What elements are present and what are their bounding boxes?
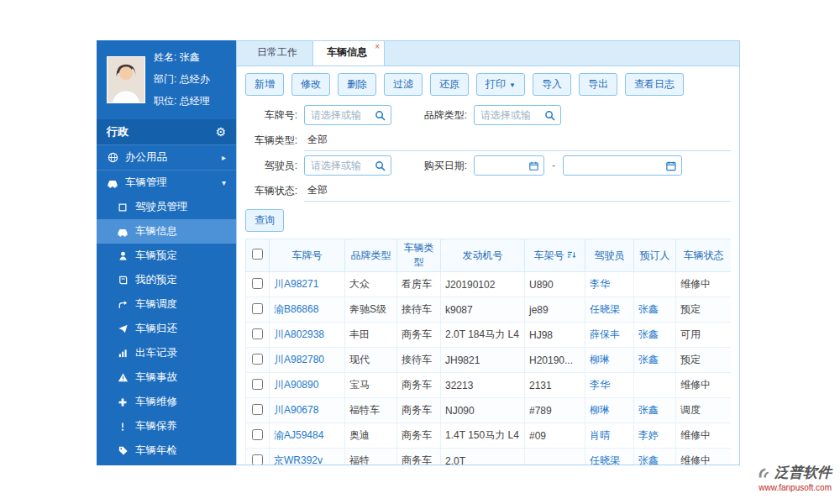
plate-link[interactable]: 渝B86868	[274, 303, 318, 315]
driver-link[interactable]: 李华	[590, 278, 610, 290]
brand-cell: 福特车	[345, 398, 397, 423]
engine-cell: 32213	[441, 373, 525, 398]
plate-link[interactable]: 川A802938	[274, 328, 324, 340]
search-icon[interactable]	[544, 110, 555, 121]
status-filter-select[interactable]: 全部	[304, 181, 731, 202]
row-checkbox[interactable]	[252, 404, 263, 415]
restore-button[interactable]: 还原	[430, 73, 469, 96]
car-icon	[107, 177, 118, 189]
paper-plane-icon	[117, 323, 129, 335]
filter-button[interactable]: 过滤	[384, 73, 423, 96]
calendar-icon[interactable]	[666, 160, 676, 171]
plate-link[interactable]: 京WR392v	[274, 454, 323, 465]
driver-link[interactable]: 李华	[590, 379, 610, 391]
row-checkbox[interactable]	[252, 328, 263, 339]
sidebar-item-vehicle-info[interactable]: 车辆信息	[97, 219, 236, 244]
reserver-link[interactable]: 张鑫	[638, 354, 659, 365]
plate-link[interactable]: 川A982780	[274, 354, 324, 365]
date-end-input[interactable]	[569, 160, 666, 171]
frame-cell: H20190...	[525, 348, 585, 373]
driver-link[interactable]: 肖晴	[590, 429, 610, 441]
row-checkbox[interactable]	[252, 354, 263, 365]
sidebar-item-vehicle-dispatch[interactable]: 车辆调度	[97, 292, 236, 317]
col-driver[interactable]: 驾驶员	[585, 239, 634, 272]
row-checkbox[interactable]	[252, 278, 263, 289]
reserver-link[interactable]: 张鑫	[638, 328, 659, 340]
sidebar-item-vehicle-accidents[interactable]: 车辆事故	[97, 365, 236, 390]
fanpu-logo-icon	[756, 465, 771, 480]
plate-filter-input[interactable]	[304, 105, 391, 125]
print-button[interactable]: 打印▼	[476, 73, 525, 96]
date-start-input[interactable]	[480, 160, 529, 171]
select-all-checkbox[interactable]	[252, 249, 263, 260]
col-reserver[interactable]: 预订人	[634, 239, 676, 272]
col-engine[interactable]: 发动机号	[441, 239, 525, 272]
driver-filter-input[interactable]	[304, 155, 391, 176]
add-button[interactable]: 新增	[245, 73, 284, 96]
col-status[interactable]: 车辆状态	[676, 239, 732, 272]
delete-button[interactable]: 删除	[338, 73, 376, 96]
driver-input[interactable]	[311, 160, 371, 171]
row-checkbox[interactable]	[252, 379, 263, 390]
tab-close-icon[interactable]: ×	[375, 42, 380, 51]
view-log-button[interactable]: 查看日志	[625, 73, 684, 96]
export-button[interactable]: 导出	[579, 73, 617, 96]
sidebar-item-office-supplies[interactable]: 办公用品 ▸	[97, 144, 236, 170]
table-header-row: 车牌号 品牌类型 车辆类型 发动机号 车架号 驾驶员 预订人 车辆状态	[246, 239, 732, 272]
reserver-link[interactable]: 张鑫	[638, 303, 659, 315]
sidebar-item-vehicle-return[interactable]: 车辆归还	[97, 317, 236, 341]
purchase-date-end[interactable]	[563, 155, 682, 176]
sidebar-item-trip-records[interactable]: 出车记录	[97, 341, 236, 365]
reserver-link[interactable]: 张鑫	[638, 404, 659, 416]
sidebar-item-vehicle-reservation[interactable]: 车辆预定	[97, 244, 236, 268]
plate-link[interactable]: 川A90890	[274, 379, 318, 391]
row-checkbox[interactable]	[252, 303, 263, 314]
import-button[interactable]: 导入	[533, 73, 571, 96]
driver-link[interactable]: 任晓渠	[590, 303, 620, 315]
tab-daily-work[interactable]: 日常工作	[244, 40, 311, 66]
status-cell: 预定	[676, 297, 732, 323]
sidebar-item-vehicle-repair[interactable]: 车辆维修	[97, 390, 236, 414]
brand-cell: 奔驰S级	[345, 297, 397, 323]
col-frame[interactable]: 车架号	[525, 239, 585, 272]
gear-icon[interactable]: ⚙	[215, 125, 226, 139]
sidebar-section-admin[interactable]: 行政 ⚙	[97, 119, 236, 144]
query-button[interactable]: 查询	[245, 209, 284, 232]
plate-link[interactable]: 川A98271	[274, 278, 318, 290]
vtype-cell: 接待车	[397, 297, 441, 323]
edit-button[interactable]: 修改	[291, 73, 330, 96]
row-checkbox[interactable]	[252, 454, 263, 465]
sidebar-item-my-reservations[interactable]: 我的预定	[97, 268, 236, 292]
brand-input[interactable]	[480, 109, 541, 121]
row-checkbox[interactable]	[252, 429, 263, 440]
sidebar-item-vehicle-management[interactable]: 车辆管理 ▾	[97, 170, 236, 195]
reserver-link[interactable]: 张鑫	[638, 454, 659, 465]
calendar-icon[interactable]	[529, 160, 538, 171]
col-plate[interactable]: 车牌号	[270, 239, 345, 272]
vtype-filter-select[interactable]: 全部	[304, 130, 731, 151]
purchase-date-start[interactable]	[474, 155, 544, 176]
driver-link[interactable]: 任晓渠	[590, 454, 620, 465]
driver-link[interactable]: 柳琳	[590, 404, 610, 416]
plate-link[interactable]: 渝AJ59484	[274, 429, 323, 441]
col-vtype[interactable]: 车辆类型	[397, 239, 441, 272]
warning-triangle-icon	[117, 372, 129, 384]
brand-filter-input[interactable]	[474, 105, 561, 125]
driver-link[interactable]: 薛保丰	[590, 328, 620, 340]
submenu-label: 车辆维修	[135, 395, 177, 409]
col-brand[interactable]: 品牌类型	[345, 239, 397, 272]
engine-cell: 2.0T 184马力 L4	[441, 323, 525, 348]
driver-link[interactable]: 柳琳	[590, 354, 610, 365]
vehicle-table: 车牌号 品牌类型 车辆类型 发动机号 车架号 驾驶员 预订人 车辆状态 川A98…	[245, 239, 731, 465]
sidebar-item-annual-inspection[interactable]: 车辆年检	[97, 438, 236, 463]
brand-cell: 奥迪	[345, 423, 397, 449]
plate-input[interactable]	[311, 109, 371, 121]
sidebar-item-driver-management[interactable]: 驾驶员管理	[97, 195, 236, 219]
sort-icon[interactable]	[567, 250, 576, 260]
tab-vehicle-info[interactable]: 车辆信息 ×	[312, 40, 385, 66]
search-icon[interactable]	[375, 110, 386, 121]
sidebar-item-vehicle-maintenance[interactable]: 车辆保养	[97, 414, 236, 438]
plate-link[interactable]: 川A90678	[274, 404, 318, 416]
reserver-link[interactable]: 李婷	[638, 429, 659, 441]
search-icon[interactable]	[375, 160, 386, 171]
